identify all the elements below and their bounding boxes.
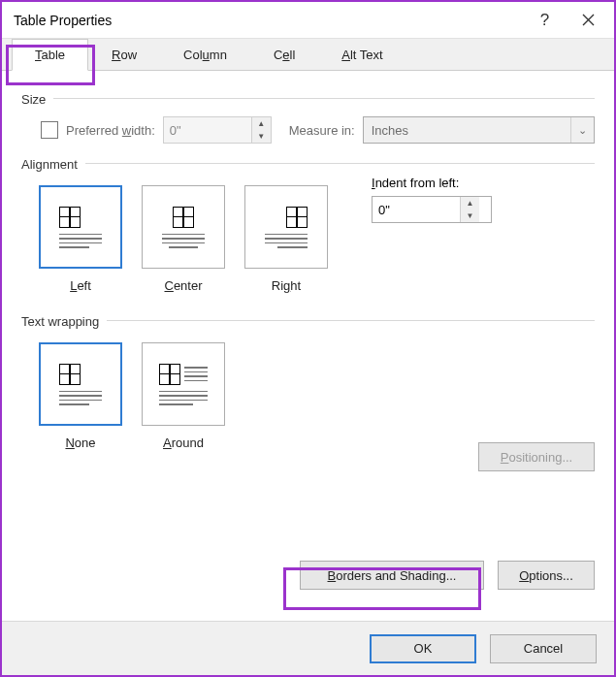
align-center-option[interactable]	[142, 185, 225, 269]
ok-button[interactable]: OK	[370, 634, 476, 663]
group-wrapping: Text wrapping	[21, 308, 595, 329]
table-icon	[59, 207, 81, 228]
indent-spinner[interactable]: ▲ ▼	[372, 196, 492, 223]
align-right-label: Right	[272, 278, 301, 293]
align-center-label: Center	[164, 278, 202, 293]
tab-table[interactable]: Table	[12, 39, 88, 71]
measure-in-value: Inches	[372, 123, 408, 138]
dialog-footer: OK Cancel	[2, 621, 614, 675]
spinner-up-icon[interactable]: ▲	[461, 197, 479, 210]
indent-label: Indent from left:	[372, 176, 595, 190]
preferred-width-spinner: ▲ ▼	[163, 116, 272, 144]
group-alignment: Alignment	[21, 151, 595, 172]
textlines-icon	[162, 234, 205, 248]
wrap-none-option[interactable]	[39, 342, 122, 426]
spinner-down-icon: ▼	[252, 130, 271, 143]
textlines-icon	[265, 234, 308, 248]
borders-shading-button[interactable]: Borders and Shading...	[300, 561, 484, 590]
table-icon	[286, 207, 308, 228]
table-icon	[159, 364, 180, 385]
preferred-width-checkbox[interactable]	[41, 121, 58, 139]
preferred-width-input	[164, 117, 251, 143]
tab-column[interactable]: Column	[160, 38, 250, 70]
wrap-none-label: None	[65, 435, 95, 450]
align-left-option[interactable]	[39, 185, 122, 269]
table-icon	[173, 207, 194, 228]
indent-input[interactable]	[373, 197, 460, 222]
wrap-around-option[interactable]	[142, 342, 225, 426]
textlines-icon	[59, 234, 102, 248]
align-left-label: Left	[70, 278, 91, 293]
spinner-down-icon[interactable]: ▼	[461, 210, 479, 222]
tabstrip: Table Row Column Cell Alt Text	[2, 39, 614, 71]
help-button[interactable]: ?	[523, 3, 567, 38]
textlines-icon	[159, 391, 208, 405]
tab-alttext[interactable]: Alt Text	[318, 38, 405, 70]
tab-row[interactable]: Row	[88, 38, 160, 70]
spinner-up-icon: ▲	[252, 117, 271, 130]
tab-cell[interactable]: Cell	[250, 38, 318, 70]
textlines-icon	[59, 391, 102, 405]
cancel-button[interactable]: Cancel	[490, 634, 597, 663]
align-right-option[interactable]	[244, 185, 328, 269]
group-size: Size	[21, 86, 595, 107]
table-icon	[59, 364, 81, 385]
close-button[interactable]	[567, 3, 610, 38]
titlebar: Table Properties ?	[2, 2, 614, 39]
measure-in-combo: Inches ⌄	[363, 116, 595, 144]
chevron-down-icon: ⌄	[570, 117, 594, 143]
positioning-button: Positioning...	[478, 442, 595, 471]
preferred-width-label: Preferred width:	[66, 123, 155, 138]
wrap-around-label: Around	[163, 435, 204, 450]
options-button[interactable]: Options...	[498, 561, 595, 590]
window-title: Table Properties	[14, 13, 523, 28]
measure-in-label: Measure in:	[289, 123, 355, 138]
